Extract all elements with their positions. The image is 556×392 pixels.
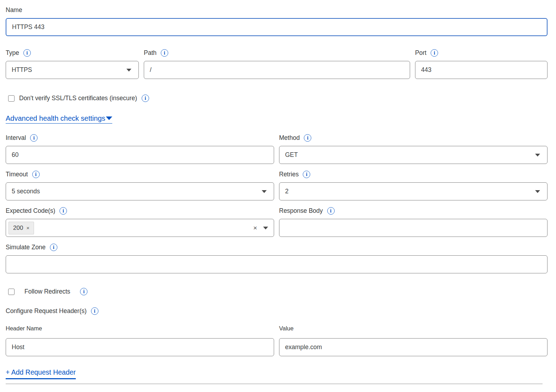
info-icon[interactable]: i bbox=[327, 207, 335, 215]
retries-select-value: 2 bbox=[285, 188, 289, 195]
name-field-group: Name bbox=[6, 6, 548, 36]
type-label: Type bbox=[6, 49, 19, 57]
remove-tag-icon[interactable]: × bbox=[26, 225, 29, 231]
expected-codes-field-group: Expected Code(s) i 200 × × bbox=[6, 207, 274, 237]
request-headers-label: Configure Request Header(s) bbox=[6, 307, 87, 315]
retries-field-group: Retries i 2 bbox=[279, 170, 548, 200]
interval-field-group: Interval i bbox=[6, 134, 274, 164]
info-icon[interactable]: i bbox=[23, 49, 31, 57]
expected-code-tag: 200 × bbox=[8, 222, 34, 234]
path-label: Path bbox=[144, 49, 157, 57]
info-icon[interactable]: i bbox=[142, 95, 149, 102]
simulate-zone-label: Simulate Zone bbox=[6, 243, 46, 251]
port-input[interactable] bbox=[415, 61, 548, 79]
path-field-group: Path i bbox=[144, 49, 410, 79]
value-column-label: Value bbox=[279, 324, 548, 333]
follow-redirects-checkbox[interactable] bbox=[8, 289, 15, 295]
port-label: Port bbox=[415, 49, 426, 57]
expected-codes-label: Expected Code(s) bbox=[6, 207, 55, 215]
request-header-row bbox=[6, 338, 548, 356]
type-path-port-row: Type i HTTPS Path i Port i bbox=[6, 49, 548, 79]
timeout-select-value: 5 seconds bbox=[12, 188, 40, 195]
name-input[interactable] bbox=[6, 18, 548, 36]
info-icon[interactable]: i bbox=[304, 134, 311, 142]
interval-input[interactable] bbox=[6, 146, 274, 164]
timeout-field-group: Timeout i 5 seconds bbox=[6, 170, 274, 200]
response-body-input[interactable] bbox=[279, 219, 548, 237]
name-label: Name bbox=[6, 6, 22, 14]
header-name-column-label: Header Name bbox=[6, 324, 274, 333]
chevron-down-icon bbox=[535, 190, 540, 193]
codes-body-row: Expected Code(s) i 200 × × Response Body… bbox=[6, 207, 548, 237]
request-headers-section-title: Configure Request Header(s) i bbox=[6, 307, 548, 315]
method-label: Method bbox=[279, 134, 300, 142]
info-icon[interactable]: i bbox=[80, 288, 87, 295]
type-field-group: Type i HTTPS bbox=[6, 49, 139, 79]
info-icon[interactable]: i bbox=[59, 207, 67, 215]
health-check-form: Name Type i HTTPS Path i Port i bbox=[0, 0, 556, 384]
clear-icon[interactable]: × bbox=[253, 225, 257, 231]
expected-codes-select[interactable]: 200 × × bbox=[6, 219, 274, 237]
timeout-select[interactable]: 5 seconds bbox=[6, 182, 274, 200]
ssl-verify-checkbox[interactable] bbox=[8, 95, 15, 102]
info-icon[interactable]: i bbox=[431, 49, 438, 57]
section-divider bbox=[6, 384, 543, 384]
header-value-input[interactable] bbox=[279, 338, 548, 356]
add-request-header-row: + Add Request Header bbox=[6, 368, 548, 379]
simulate-zone-field-group: Simulate Zone i bbox=[6, 243, 548, 273]
advanced-settings-row: Advanced health check settings bbox=[6, 114, 548, 124]
interval-method-row: Interval i Method i GET bbox=[6, 134, 548, 164]
advanced-settings-link[interactable]: Advanced health check settings bbox=[6, 114, 112, 124]
response-body-label: Response Body bbox=[279, 207, 323, 215]
ssl-verify-label: Don't verify SSL/TLS certificates (insec… bbox=[19, 95, 137, 102]
port-field-group: Port i bbox=[415, 49, 548, 79]
info-icon[interactable]: i bbox=[91, 307, 98, 315]
timeout-retries-row: Timeout i 5 seconds Retries i 2 bbox=[6, 170, 548, 200]
method-select[interactable]: GET bbox=[279, 146, 548, 164]
response-body-field-group: Response Body i bbox=[279, 207, 548, 237]
info-icon[interactable]: i bbox=[32, 171, 40, 178]
expected-code-tag-value: 200 bbox=[13, 225, 23, 232]
chevron-down-icon bbox=[106, 117, 112, 120]
info-icon[interactable]: i bbox=[303, 171, 310, 178]
chevron-down-icon bbox=[263, 227, 268, 229]
chevron-down-icon bbox=[535, 154, 540, 157]
ssl-verify-checkbox-row: Don't verify SSL/TLS certificates (insec… bbox=[8, 95, 548, 102]
method-select-value: GET bbox=[285, 151, 298, 159]
type-select[interactable]: HTTPS bbox=[6, 61, 139, 79]
request-header-column-labels: Header Name Value bbox=[6, 324, 548, 333]
header-name-input[interactable] bbox=[6, 338, 274, 356]
retries-select[interactable]: 2 bbox=[279, 182, 548, 200]
type-select-value: HTTPS bbox=[12, 66, 32, 74]
advanced-settings-label: Advanced health check settings bbox=[6, 114, 105, 123]
timeout-label: Timeout bbox=[6, 170, 28, 178]
chevron-down-icon bbox=[262, 190, 267, 193]
chevron-down-icon bbox=[126, 69, 131, 72]
retries-label: Retries bbox=[279, 170, 299, 178]
interval-label: Interval bbox=[6, 134, 26, 142]
path-input[interactable] bbox=[144, 61, 410, 79]
info-icon[interactable]: i bbox=[161, 49, 168, 57]
info-icon[interactable]: i bbox=[30, 134, 38, 142]
info-icon[interactable]: i bbox=[50, 244, 57, 251]
method-field-group: Method i GET bbox=[279, 134, 548, 164]
add-request-header-link[interactable]: + Add Request Header bbox=[6, 368, 76, 379]
follow-redirects-label: Follow Redirects bbox=[24, 288, 70, 295]
simulate-zone-input[interactable] bbox=[6, 255, 548, 273]
follow-redirects-row: Follow Redirects i bbox=[8, 288, 548, 295]
